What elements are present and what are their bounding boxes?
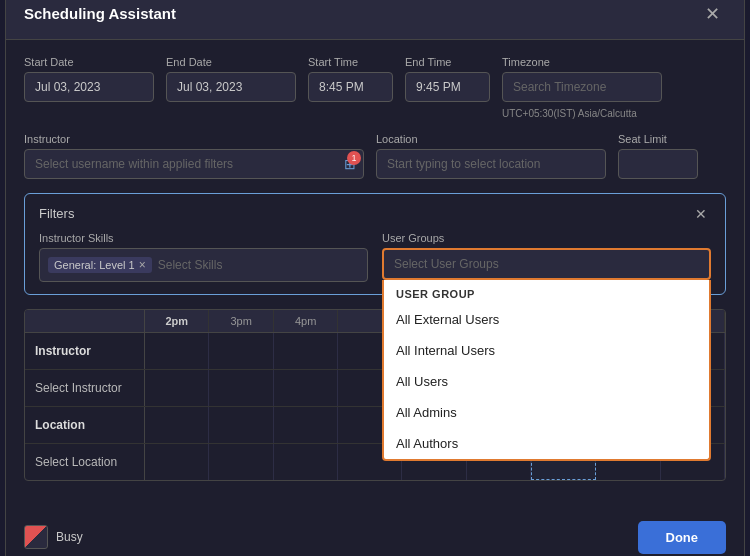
busy-label: Busy (56, 530, 83, 544)
user-groups-group: User Groups User Group All External User… (382, 232, 711, 280)
skill-tag-remove-button[interactable]: × (139, 259, 146, 271)
filters-row: Instructor Skills General: Level 1 × Sel… (39, 232, 711, 282)
modal-footer: Busy Done (6, 511, 744, 557)
location-input[interactable] (376, 149, 606, 179)
grid-cell (209, 444, 273, 480)
skills-input-row[interactable]: General: Level 1 × Select Skills (39, 248, 368, 282)
seat-limit-label: Seat Limit (618, 133, 698, 145)
grid-time-2pm: 2pm (145, 310, 209, 332)
grid-row-select-instructor-label: Select Instructor (25, 370, 145, 406)
user-groups-input[interactable] (382, 248, 711, 280)
modal-title: Scheduling Assistant (24, 5, 176, 22)
instructor-label: Instructor (24, 133, 364, 145)
instructor-location-row: Instructor ⊞ 1 Location Seat Limit (24, 133, 726, 179)
modal-header: Scheduling Assistant ✕ (6, 0, 744, 40)
end-date-input[interactable] (166, 72, 296, 102)
done-button[interactable]: Done (638, 521, 727, 554)
dates-times-row: Start Date End Date Start Time End Time … (24, 56, 726, 119)
filters-close-button[interactable]: ✕ (691, 206, 711, 222)
timezone-group: Timezone UTC+05:30(IST) Asia/Calcutta (502, 56, 662, 119)
dropdown-section-label: User Group (384, 280, 709, 304)
user-groups-dropdown: User Group All External Users All Intern… (382, 280, 711, 461)
grid-cell (145, 370, 209, 406)
grid-cell (209, 407, 273, 443)
start-time-group: Start Time (308, 56, 393, 102)
dropdown-item-all-admins[interactable]: All Admins (384, 397, 709, 428)
start-date-group: Start Date (24, 56, 154, 102)
busy-indicator: Busy (24, 525, 83, 549)
end-date-group: End Date (166, 56, 296, 102)
instructor-input-wrap: ⊞ 1 (24, 149, 364, 179)
dropdown-item-all-users[interactable]: All Users (384, 366, 709, 397)
timezone-hint: UTC+05:30(IST) Asia/Calcutta (502, 108, 662, 119)
grid-row-instructor-label: Instructor (25, 333, 145, 369)
grid-cell (274, 370, 338, 406)
grid-cell (145, 444, 209, 480)
instructor-input[interactable] (24, 149, 364, 179)
grid-time-3pm: 3pm (209, 310, 273, 332)
start-time-input[interactable] (308, 72, 393, 102)
filter-count-badge: 1 (347, 151, 361, 165)
modal-close-button[interactable]: ✕ (699, 3, 726, 25)
end-time-group: End Time (405, 56, 490, 102)
grid-cell (209, 333, 273, 369)
filters-header: Filters ✕ (39, 206, 711, 222)
grid-cell (209, 370, 273, 406)
grid-cell (274, 407, 338, 443)
skill-tag-label: General: Level 1 (54, 259, 135, 271)
start-time-label: Start Time (308, 56, 393, 68)
grid-cell (145, 333, 209, 369)
dropdown-item-all-internal[interactable]: All Internal Users (384, 335, 709, 366)
end-time-label: End Time (405, 56, 490, 68)
instructor-group: Instructor ⊞ 1 (24, 133, 364, 179)
grid-row-location-label: Location (25, 407, 145, 443)
filter-badge: ⊞ 1 (344, 156, 356, 172)
filters-section: Filters ✕ Instructor Skills General: Lev… (24, 193, 726, 295)
timezone-label: Timezone (502, 56, 662, 68)
location-group: Location (376, 133, 606, 179)
modal-body: Start Date End Date Start Time End Time … (6, 40, 744, 511)
grid-row-select-location-label: Select Location (25, 444, 145, 480)
instructor-skills-label: Instructor Skills (39, 232, 368, 244)
grid-cell (145, 407, 209, 443)
start-date-label: Start Date (24, 56, 154, 68)
filters-title: Filters (39, 206, 74, 221)
grid-label-col-header (25, 310, 145, 332)
location-label: Location (376, 133, 606, 145)
skills-placeholder: Select Skills (158, 258, 223, 272)
grid-cell (274, 444, 338, 480)
seat-limit-group: Seat Limit (618, 133, 698, 179)
scheduling-assistant-modal: Scheduling Assistant ✕ Start Date End Da… (5, 0, 745, 556)
user-groups-label: User Groups (382, 232, 711, 244)
end-time-input[interactable] (405, 72, 490, 102)
dropdown-item-all-external[interactable]: All External Users (384, 304, 709, 335)
timezone-input[interactable] (502, 72, 662, 102)
seat-limit-input[interactable] (618, 149, 698, 179)
end-date-label: End Date (166, 56, 296, 68)
dropdown-item-all-authors[interactable]: All Authors (384, 428, 709, 459)
skill-tag-general-level1: General: Level 1 × (48, 257, 152, 273)
start-date-input[interactable] (24, 72, 154, 102)
busy-block-icon (24, 525, 48, 549)
grid-time-4pm: 4pm (274, 310, 338, 332)
instructor-skills-group: Instructor Skills General: Level 1 × Sel… (39, 232, 368, 282)
grid-cell (274, 333, 338, 369)
